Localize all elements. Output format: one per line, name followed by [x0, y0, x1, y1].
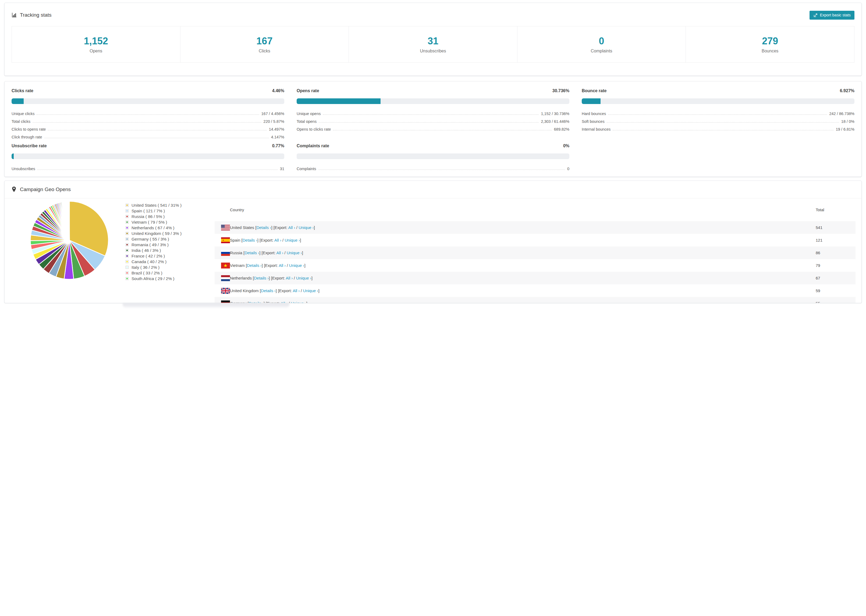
- legend-label: Italy ( 36 / 2% ): [132, 265, 159, 270]
- legend-item[interactable]: South Africa ( 29 / 2% ): [126, 276, 181, 281]
- export-unique-link[interactable]: Unique ›: [296, 276, 312, 280]
- legend-color-swatch: [126, 277, 129, 280]
- rate-stat-value: 220 / 5.87%: [264, 119, 284, 124]
- legend-item[interactable]: Germany ( 55 / 3% ): [126, 236, 181, 242]
- export-all-link[interactable]: All ›: [274, 238, 281, 242]
- separator-text: /: [295, 225, 299, 230]
- details-link[interactable]: Details ›: [261, 288, 276, 293]
- export-unique-link[interactable]: Unique ›: [289, 263, 304, 268]
- pie-slice[interactable]: [69, 201, 69, 240]
- bracket-text: ] [Export:: [259, 250, 276, 255]
- export-unique-link[interactable]: Unique ›: [303, 288, 318, 293]
- bracket-text: ]: [302, 250, 303, 255]
- stat-label: Clicks: [259, 49, 270, 53]
- tracking-stats-title: Tracking stats: [11, 12, 52, 18]
- legend-label: Vietnam ( 79 / 5% ): [132, 220, 167, 225]
- details-link[interactable]: Details ›: [254, 276, 269, 280]
- country-name: Russia [: [230, 250, 244, 255]
- details-link[interactable]: Details ›: [242, 238, 257, 242]
- stat-value: 1,152: [84, 36, 108, 47]
- legend-label: Germany ( 55 / 3% ): [132, 237, 169, 242]
- dotted-leader: [36, 115, 259, 115]
- export-all-link[interactable]: All ›: [280, 301, 288, 303]
- country-name: Vietnam [: [230, 263, 247, 268]
- export-all-link[interactable]: All ›: [288, 225, 295, 230]
- rate-panel-header: Complaints rate0%: [297, 143, 433, 149]
- dotted-leader: [44, 138, 269, 138]
- bracket-text: ] [Export:: [264, 301, 280, 303]
- legend-item[interactable]: United States ( 541 / 31% ): [126, 203, 181, 208]
- geo-table-header: Country Total: [215, 198, 433, 221]
- rate-stat-label: Complaints: [297, 167, 316, 171]
- page-title: Tracking stats: [20, 12, 52, 18]
- legend-label: Romania ( 49 / 3% ): [132, 242, 168, 247]
- country-name: Netherlands [: [230, 276, 254, 280]
- rate-stat-row: Click through rate4.147%: [11, 131, 284, 139]
- dotted-leader: [48, 130, 266, 130]
- table-row-nl: Netherlands [Details ›] [Export: All › /…: [215, 272, 433, 284]
- bracket-text: ]: [306, 301, 307, 303]
- bracket-text: ] [Export:: [269, 276, 286, 280]
- bracket-text: ] [Export:: [257, 238, 274, 242]
- legend-item[interactable]: France ( 42 / 2% ): [126, 253, 181, 259]
- export-unique-link[interactable]: Unique ›: [285, 238, 300, 242]
- details-link[interactable]: Details ›: [244, 250, 259, 255]
- legend-color-swatch: [126, 215, 129, 218]
- legend-item[interactable]: United Kingdom ( 59 / 3% ): [126, 231, 181, 236]
- legend-color-swatch: [126, 249, 129, 252]
- legend-item[interactable]: Vietnam ( 79 / 5% ): [126, 219, 181, 225]
- legend-label: Russia ( 86 / 5% ): [132, 214, 165, 219]
- legend-color-swatch: [126, 260, 129, 263]
- country-cell: Russia [Details ›] [Export: All › / Uniq…: [230, 250, 433, 255]
- export-all-link[interactable]: All ›: [277, 250, 283, 255]
- dotted-leader: [33, 122, 261, 123]
- rate-stat-row: Complaints0: [297, 163, 433, 171]
- legend-label: United States ( 541 / 31% ): [132, 203, 181, 208]
- rate-panel-opens: Opens rate30.736%Unique opens1,152 / 30.…: [297, 88, 433, 139]
- legend-item[interactable]: India ( 46 / 3% ): [126, 248, 181, 253]
- legend-label: India ( 46 / 3% ): [132, 248, 161, 253]
- legend-item[interactable]: Romania ( 49 / 3% ): [126, 242, 181, 248]
- rate-rows: Unique opens1,152 / 30.736%Total opens2,…: [297, 108, 433, 131]
- rate-stat-label: Opens to clicks rate: [297, 127, 331, 131]
- separator-text: /: [299, 288, 303, 293]
- legend-label: Canada ( 40 / 2% ): [132, 259, 167, 264]
- details-link[interactable]: Details ›: [249, 301, 264, 303]
- geo-opens-pie-chart[interactable]: [30, 201, 109, 280]
- legend-label: United Kingdom ( 59 / 3% ): [132, 231, 181, 236]
- export-unique-link[interactable]: Unique ›: [287, 250, 302, 255]
- table-row-vn: Vietnam [Details ›] [Export: All › / Uni…: [215, 259, 433, 272]
- table-row-es: Spain [Details ›] [Export: All › / Uniqu…: [215, 234, 433, 247]
- export-all-link[interactable]: All ›: [286, 276, 293, 280]
- country-cell: United States [Details ›] [Export: All ›…: [230, 225, 433, 230]
- rate-stat-value: 167 / 4.456%: [261, 112, 284, 116]
- export-all-link[interactable]: All ›: [293, 288, 299, 293]
- rate-value: 0.77%: [272, 143, 284, 148]
- legend-color-swatch: [126, 255, 129, 258]
- summary-stat-box: 167Clicks: [180, 26, 349, 63]
- legend-color-swatch: [126, 232, 129, 235]
- gb-flag-icon: [218, 288, 227, 294]
- dotted-leader: [333, 130, 433, 130]
- legend-item[interactable]: Spain ( 121 / 7% ): [126, 208, 181, 214]
- vn-flag-icon: [218, 262, 227, 269]
- campaign-geo-opens-card: Campaign Geo Opens United States ( 541 /…: [4, 181, 433, 303]
- legend-item[interactable]: Italy ( 36 / 2% ): [126, 264, 181, 270]
- legend-item[interactable]: Russia ( 86 / 5% ): [126, 214, 181, 219]
- dotted-leader: [319, 122, 433, 123]
- separator-text: /: [286, 263, 289, 268]
- legend-item[interactable]: Brazil ( 33 / 2% ): [126, 270, 181, 276]
- legend-color-swatch: [126, 209, 129, 212]
- export-unique-link[interactable]: Unique ›: [299, 225, 314, 230]
- rate-stat-value: 31: [280, 167, 284, 171]
- rate-panel-unsubscribe: Unsubscribe rate0.77%Unsubscribes31: [11, 143, 284, 171]
- rates-grid: Clicks rate4.46%Unique clicks167 / 4.456…: [11, 88, 433, 171]
- legend-item[interactable]: Netherlands ( 67 / 4% ): [126, 225, 181, 231]
- rate-stat-row: Opens to clicks rate689.82%: [297, 124, 433, 131]
- bracket-text: ]: [314, 225, 315, 230]
- export-all-link[interactable]: All ›: [279, 263, 286, 268]
- export-unique-link[interactable]: Unique ›: [291, 301, 306, 303]
- details-link[interactable]: Details ›: [256, 225, 271, 230]
- details-link[interactable]: Details ›: [247, 263, 262, 268]
- legend-item[interactable]: Canada ( 40 / 2% ): [126, 259, 181, 264]
